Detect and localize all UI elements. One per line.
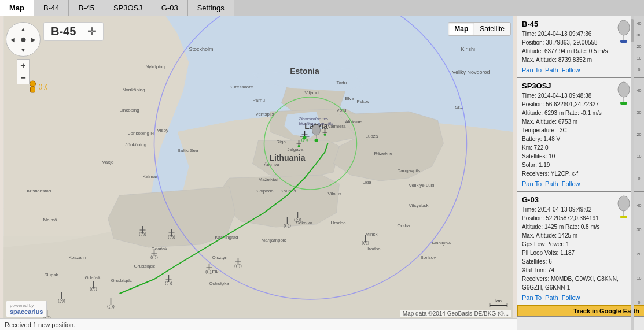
svg-text:((·)): ((·)): [139, 231, 146, 236]
svg-text:Hrodna: Hrodna: [331, 220, 347, 225]
svg-text:Mahilyow: Mahilyow: [432, 240, 452, 246]
svg-text:Jönköping: Jönköping: [126, 142, 146, 147]
track-google-label: Track in Google Earth: [573, 307, 639, 314]
svg-text:((·)): ((·)): [58, 298, 65, 303]
svg-text:((·)): ((·)): [168, 234, 175, 239]
g03-info: Time: 2014-04-13 09:49:02 Position: 52.2…: [522, 205, 623, 292]
map-type-map-button[interactable]: Map: [448, 23, 474, 35]
svg-text:Viljandi: Viljandi: [305, 90, 320, 95]
pan-left-button[interactable]: ◀: [8, 34, 18, 45]
g03-panto-button[interactable]: Pan To: [522, 294, 542, 301]
sp3osj-panto-button[interactable]: Pan To: [522, 180, 542, 187]
svg-text:Olsztyn: Olsztyn: [212, 255, 228, 260]
svg-text:Lithuania: Lithuania: [269, 153, 305, 162]
g03-follow-button[interactable]: Follow: [562, 294, 580, 301]
svg-rect-119: [620, 40, 627, 43]
svg-point-120: [618, 82, 630, 97]
b45-panto-button[interactable]: Pan To: [522, 66, 542, 73]
zoom-in-button[interactable]: +: [17, 59, 30, 72]
svg-text:Vilnius: Vilnius: [328, 191, 341, 196]
svg-text:((·)): ((·)): [362, 240, 369, 245]
balloon-card-sp3osj: 403020100 SP3OSJ Time: 2014-04-13 09:48:…: [517, 78, 644, 192]
svg-text:Kirishi: Kirishi: [461, 46, 476, 52]
svg-text:Gdańsk: Gdańsk: [85, 275, 102, 280]
svg-text:((·)): ((·)): [107, 303, 115, 309]
svg-text:Malmö: Malmö: [43, 217, 58, 223]
svg-text:Nyköping: Nyköping: [146, 64, 165, 69]
sp3osj-info: Time: 2014-04-13 09:48:38 Position: 56.6…: [522, 91, 623, 178]
map-label-bar: B-45 ✛: [43, 22, 104, 41]
svg-text:Ostrołęka: Ostrołęka: [209, 281, 230, 286]
svg-text:Veliky Novgorod: Veliky Novgorod: [452, 69, 490, 75]
svg-text:Jönköping N: Jönköping N: [128, 131, 154, 136]
alt-scale-sp3osj: 403020100: [634, 78, 644, 191]
b45-path-button[interactable]: Path: [545, 66, 558, 73]
tab-sp3osj[interactable]: SP3OSJ: [104, 0, 152, 16]
tab-b45[interactable]: B-45: [69, 0, 104, 16]
svg-text:Marijampolė: Marijampolė: [262, 238, 287, 243]
svg-text:Kalmar: Kalmar: [143, 174, 158, 179]
sidebar-scrollbar-thumb[interactable]: [631, 19, 634, 42]
svg-text:Baltic Sea: Baltic Sea: [178, 148, 199, 153]
map-type-toggle: Map Satellite: [448, 22, 511, 36]
svg-text:Koszalin: Koszalin: [69, 255, 86, 260]
tab-b44[interactable]: B-44: [34, 0, 69, 16]
svg-text:Mažeikiai: Mažeikiai: [259, 177, 278, 182]
svg-text:Daugavpils: Daugavpils: [398, 168, 421, 173]
pan-arrows: ▲ ◀ ⬤ ▶ ▼: [8, 24, 39, 55]
tab-bar: Map B-44 B-45 SP3OSJ G-03 Settings: [0, 0, 644, 16]
map-current-balloon-label: B-45: [51, 25, 76, 38]
svg-text:Stockholm: Stockholm: [189, 46, 214, 52]
spacenius-name: spacearius: [10, 308, 43, 315]
pan-right-button[interactable]: ▶: [28, 34, 39, 45]
tab-map[interactable]: Map: [0, 0, 34, 16]
svg-text:Kuressaare: Kuressaare: [230, 84, 253, 90]
svg-rect-108: [31, 87, 35, 92]
pan-circle: ▲ ◀ ⬤ ▶ ▼: [6, 22, 41, 57]
b45-info: Time: 2014-04-13 09:47:36 Position: 38.7…: [522, 29, 623, 64]
g03-path-button[interactable]: Path: [545, 294, 558, 301]
svg-text:((·)): ((·)): [234, 263, 242, 268]
tab-g03[interactable]: G-03: [152, 0, 188, 16]
pan-control: ▲ ◀ ⬤ ▶ ▼: [6, 22, 41, 57]
svg-text:Pärnu: Pärnu: [253, 98, 265, 103]
svg-text:Jelgava: Jelgava: [288, 147, 304, 152]
svg-text:km: km: [495, 298, 502, 303]
pan-home-button[interactable]: ⬤: [18, 34, 28, 45]
svg-text:Vitsyebsk: Vitsyebsk: [409, 203, 429, 208]
tab-settings[interactable]: Settings: [188, 0, 234, 16]
b45-balloon-icon: [616, 20, 631, 45]
svg-text:Elk: Elk: [212, 269, 219, 275]
spacenius-logo: powered by spacearius: [6, 301, 47, 317]
svg-point-110: [312, 125, 321, 135]
zoom-out-button[interactable]: −: [17, 72, 30, 84]
move-icon[interactable]: ✛: [87, 25, 96, 38]
g03-actions: Pan To Path Follow: [522, 294, 623, 301]
map-attribution: Map data ©2014 GeoBasis-DE/BKG (©...: [400, 310, 511, 317]
balloon-card-b45: 403020100 B-45 Time: 2014-04-13 09:47:36…: [517, 16, 644, 78]
powered-by-text: powered by: [10, 303, 43, 308]
pan-down-button[interactable]: ▼: [18, 45, 28, 55]
sp3osj-path-button[interactable]: Path: [545, 180, 558, 187]
svg-text:Klaipėda: Klaipėda: [256, 188, 274, 194]
svg-text:Borisov: Borisov: [421, 255, 436, 260]
svg-text:Šiauliai: Šiauliai: [264, 162, 279, 168]
svg-text:Hrodna: Hrodna: [366, 246, 381, 251]
svg-text:Pskov: Pskov: [357, 99, 370, 104]
zoom-controls: + −: [17, 59, 30, 84]
svg-text:Växjö: Växjö: [102, 160, 115, 165]
pan-up-button[interactable]: ▲: [18, 24, 28, 34]
map-area[interactable]: Estonia Latvia Lithuania Stockholm Nyköp…: [0, 16, 517, 330]
svg-text:((·)): ((·)): [150, 254, 158, 259]
sp3osj-follow-button[interactable]: Follow: [562, 180, 580, 187]
svg-text:Riga: Riga: [277, 139, 286, 144]
b45-follow-button[interactable]: Follow: [562, 66, 580, 73]
track-google-button[interactable]: Track in Google Earth: [517, 305, 644, 316]
sidebar: 403020100 B-45 Time: 2014-04-13 09:47:36…: [517, 16, 644, 330]
svg-text:Tartu: Tartu: [337, 80, 347, 86]
map-type-satellite-button[interactable]: Satellite: [474, 23, 510, 35]
svg-text:((·)): ((·)): [205, 269, 213, 274]
alt-scale-g03: 403020100: [634, 192, 644, 316]
status-bar: Received 1 new position.: [0, 318, 517, 330]
svg-text:Alūksne: Alūksne: [345, 119, 362, 124]
